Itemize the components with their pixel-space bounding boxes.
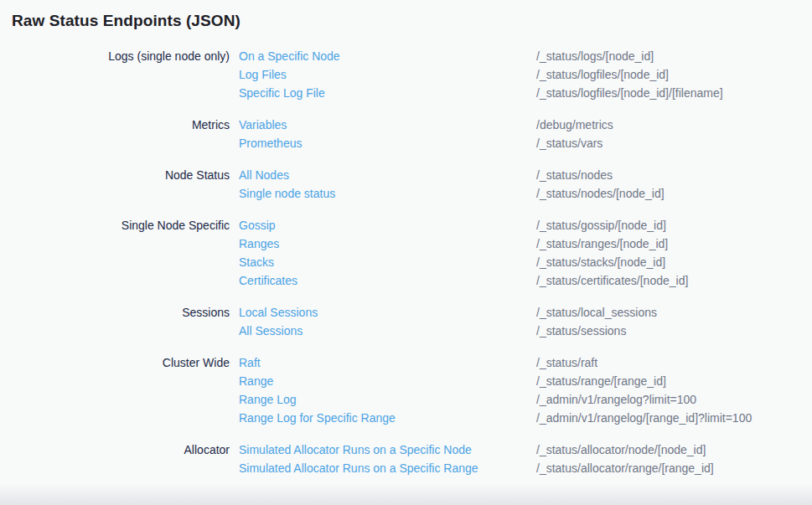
endpoint-link[interactable]: Simulated Allocator Runs on a Specific N… <box>239 441 536 459</box>
endpoint-path: /_status/stacks/[node_id] <box>536 253 665 271</box>
group-rows: All Nodes /_status/nodes Single node sta… <box>239 166 812 203</box>
endpoint-row: All Sessions /_status/sessions <box>239 322 812 340</box>
endpoint-path: /_status/certificates/[node_id] <box>536 271 688 290</box>
endpoint-row: Range Log for Specific Range /_admin/v1/… <box>239 409 812 427</box>
endpoint-path: /_status/range/[range_id] <box>536 372 666 390</box>
endpoint-path: /_status/allocator/node/[node_id] <box>536 441 706 459</box>
group-label: Single Node Specific <box>0 216 230 234</box>
endpoint-path: /_admin/v1/rangelog?limit=100 <box>536 390 696 409</box>
group-rows: Simulated Allocator Runs on a Specific N… <box>239 441 812 477</box>
endpoint-row: Simulated Allocator Runs on a Specific N… <box>239 441 812 459</box>
endpoint-row: Local Sessions /_status/local_sessions <box>239 303 812 322</box>
group-label: Allocator <box>0 441 230 459</box>
endpoint-group: Cluster Wide Raft /_status/raft Range /_… <box>0 353 812 427</box>
endpoint-link[interactable]: Stacks <box>239 253 536 271</box>
endpoint-path: /_status/logfiles/[node_id] <box>536 65 669 84</box>
endpoint-row: Specific Log File /_status/logfiles/[nod… <box>239 84 812 102</box>
group-label: Logs (single node only) <box>0 47 230 65</box>
group-rows: Local Sessions /_status/local_sessions A… <box>239 303 812 340</box>
endpoint-path: /_status/nodes/[node_id] <box>536 184 665 203</box>
endpoint-row: Single node status /_status/nodes/[node_… <box>239 184 812 203</box>
endpoint-link[interactable]: All Nodes <box>239 166 536 184</box>
endpoint-link[interactable]: Simulated Allocator Runs on a Specific R… <box>239 459 536 477</box>
endpoint-link[interactable]: Raft <box>239 353 536 372</box>
endpoint-row: Range /_status/range/[range_id] <box>239 372 812 390</box>
endpoint-row: Range Log /_admin/v1/rangelog?limit=100 <box>239 390 812 409</box>
endpoint-link[interactable]: All Sessions <box>239 322 536 340</box>
endpoint-groups: Logs (single node only) On a Specific No… <box>0 47 812 477</box>
endpoint-link[interactable]: Certificates <box>239 271 536 290</box>
endpoint-group: Allocator Simulated Allocator Runs on a … <box>0 441 812 477</box>
group-label: Metrics <box>0 116 230 134</box>
endpoint-link[interactable]: Variables <box>239 116 536 134</box>
endpoint-row: Prometheus /_status/vars <box>239 134 812 152</box>
endpoint-row: Stacks /_status/stacks/[node_id] <box>239 253 812 271</box>
endpoint-path: /_status/local_sessions <box>536 303 657 322</box>
endpoint-path: /_status/logfiles/[node_id]/[filename] <box>536 84 723 102</box>
group-rows: Raft /_status/raft Range /_status/range/… <box>239 353 812 427</box>
endpoint-group: Metrics Variables /debug/metrics Prometh… <box>0 116 812 152</box>
endpoint-row: Simulated Allocator Runs on a Specific R… <box>239 459 812 477</box>
endpoint-group: Node Status All Nodes /_status/nodes Sin… <box>0 166 812 203</box>
group-rows: Variables /debug/metrics Prometheus /_st… <box>239 116 812 152</box>
endpoint-row: Ranges /_status/ranges/[node_id] <box>239 234 812 253</box>
endpoint-path: /_status/nodes <box>536 166 613 184</box>
endpoint-path: /_admin/v1/rangelog/[range_id]?limit=100 <box>536 409 752 427</box>
endpoint-row: Log Files /_status/logfiles/[node_id] <box>239 65 812 84</box>
group-rows: Gossip /_status/gossip/[node_id] Ranges … <box>239 216 812 290</box>
group-label: Node Status <box>0 166 230 184</box>
endpoint-link[interactable]: Range Log for Specific Range <box>239 409 536 427</box>
endpoint-link[interactable]: Specific Log File <box>239 84 536 102</box>
endpoint-group: Logs (single node only) On a Specific No… <box>0 47 812 102</box>
group-rows: On a Specific Node /_status/logs/[node_i… <box>239 47 812 102</box>
endpoint-link[interactable]: Ranges <box>239 234 536 253</box>
endpoint-link[interactable]: Prometheus <box>239 134 536 152</box>
endpoint-group: Single Node Specific Gossip /_status/gos… <box>0 216 812 290</box>
endpoint-row: All Nodes /_status/nodes <box>239 166 812 184</box>
endpoint-link[interactable]: Log Files <box>239 65 536 84</box>
endpoint-path: /_status/raft <box>536 353 597 372</box>
endpoint-group: Sessions Local Sessions /_status/local_s… <box>0 303 812 340</box>
endpoint-link[interactable]: Range <box>239 372 536 390</box>
endpoint-link[interactable]: Gossip <box>239 216 536 234</box>
endpoint-path: /_status/sessions <box>536 322 626 340</box>
endpoint-row: On a Specific Node /_status/logs/[node_i… <box>239 47 812 65</box>
endpoint-row: Raft /_status/raft <box>239 353 812 372</box>
endpoint-path: /_status/ranges/[node_id] <box>536 234 668 253</box>
endpoint-row: Gossip /_status/gossip/[node_id] <box>239 216 812 234</box>
endpoint-path: /_status/vars <box>536 134 603 152</box>
page-title: Raw Status Endpoints (JSON) <box>12 11 812 30</box>
endpoint-path: /_status/gossip/[node_id] <box>536 216 666 234</box>
endpoint-path: /_status/logs/[node_id] <box>536 47 654 65</box>
group-label: Cluster Wide <box>0 353 230 372</box>
endpoint-row: Variables /debug/metrics <box>239 116 812 134</box>
endpoint-link[interactable]: Range Log <box>239 390 536 409</box>
endpoint-link[interactable]: Single node status <box>239 184 536 203</box>
group-label: Sessions <box>0 303 230 322</box>
endpoint-row: Certificates /_status/certificates/[node… <box>239 271 812 290</box>
endpoint-link[interactable]: On a Specific Node <box>239 47 536 65</box>
endpoint-path: /debug/metrics <box>536 116 613 134</box>
debug-endpoints-page: Raw Status Endpoints (JSON) Logs (single… <box>0 0 812 505</box>
endpoint-path: /_status/allocator/range/[range_id] <box>536 459 714 477</box>
endpoint-link[interactable]: Local Sessions <box>239 303 536 322</box>
